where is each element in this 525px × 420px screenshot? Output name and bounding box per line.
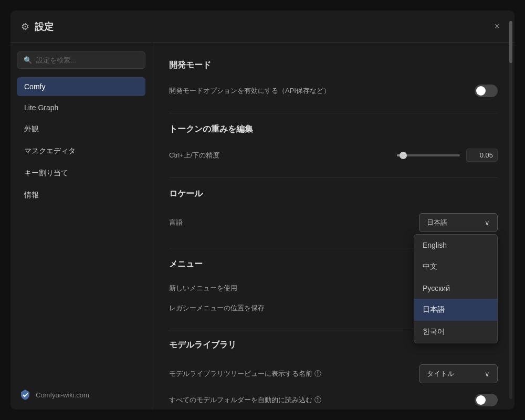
divider-1 (169, 113, 498, 113)
language-dropdown-btn[interactable]: 日本語 ∨ (419, 213, 498, 232)
setting-language: 言語 日本語 ∨ English 中文 Русский 日本語 (169, 208, 498, 237)
scrollbar-track[interactable] (509, 43, 512, 399)
auto-load-folders-toggle[interactable] (475, 394, 498, 406)
option-chinese[interactable]: 中文 (414, 256, 497, 278)
search-box[interactable]: 🔍 (17, 51, 145, 69)
scrollbar-thumb[interactable] (509, 43, 512, 63)
option-russian[interactable]: Русский (414, 278, 497, 299)
section-title-dev-mode: 開発モード (169, 60, 498, 71)
dev-mode-toggle[interactable] (475, 85, 498, 97)
sidebar-item-mask-editor[interactable]: マスクエディタ (17, 141, 145, 161)
sidebar-item-info[interactable]: 情報 (17, 185, 145, 205)
modal-overlay: ⚙ 設定 × 🔍 Comfy Lite Graph 外観 マスクエディタ キー割… (0, 0, 525, 420)
ctrl-precision-label: Ctrl+上/下の精度 (169, 151, 397, 160)
section-dev-mode: 開発モード 開発モードオプションを有効にする（API保存など） (169, 60, 498, 102)
section-locale: ロケール 言語 日本語 ∨ English 中文 (169, 188, 498, 237)
sidebar-item-comfy[interactable]: Comfy (17, 77, 145, 96)
gear-icon: ⚙ (21, 21, 29, 33)
sidebar-item-lite-graph[interactable]: Lite Graph (17, 98, 145, 117)
section-title-locale: ロケール (169, 188, 498, 200)
slider-thumb[interactable] (400, 152, 407, 159)
slider-track[interactable] (397, 154, 460, 156)
modal-title: 設定 (35, 20, 490, 33)
language-dropdown-container: 日本語 ∨ English 中文 Русский 日本語 한국어 (419, 213, 498, 232)
search-input[interactable] (36, 56, 139, 64)
dev-mode-label: 開発モードオプションを有効にする（API保存など） (169, 86, 475, 96)
option-english[interactable]: English (414, 235, 497, 256)
brand-logo (19, 388, 32, 401)
search-icon: 🔍 (24, 56, 32, 64)
modal-header: ⚙ 設定 × (10, 10, 514, 43)
sidebar-item-keybindings[interactable]: キー割り当て (17, 163, 145, 183)
model-name-dropdown-btn[interactable]: タイトル ∨ (419, 364, 498, 383)
slider-container: 0.05 (397, 149, 498, 162)
setting-ctrl-precision: Ctrl+上/下の精度 0.05 (169, 143, 498, 167)
divider-2 (169, 177, 498, 178)
sidebar: 🔍 Comfy Lite Graph 外観 マスクエディタ キー割り当て 情報 (10, 43, 152, 410)
option-japanese[interactable]: 日本語 (414, 299, 497, 321)
main-content: 開発モード 開発モードオプションを有効にする（API保存など） トークンの重みを… (152, 43, 514, 410)
sidebar-item-appearance[interactable]: 外観 (17, 119, 145, 139)
language-selected: 日本語 (427, 218, 447, 227)
section-token-weight: トークンの重みを編集 Ctrl+上/下の精度 0.05 (169, 124, 498, 167)
chevron-down-icon-2: ∨ (485, 370, 490, 378)
setting-dev-mode-toggle: 開発モードオプションを有効にする（API保存など） (169, 79, 498, 102)
settings-modal: ⚙ 設定 × 🔍 Comfy Lite Graph 外観 マスクエディタ キー割… (10, 10, 514, 410)
model-name-display-label: モデルライブラリツリービューに表示する名前 ① (169, 369, 419, 379)
brand-text: Comfyui-wiki.com (36, 391, 89, 399)
auto-load-folders-label: すべてのモデルフォルダーを自動的に読み込む ① (169, 395, 475, 405)
section-title-token-weight: トークンの重みを編集 (169, 124, 498, 135)
model-name-selected: タイトル (427, 369, 454, 379)
chevron-down-icon: ∨ (485, 219, 490, 227)
language-dropdown-menu: English 中文 Русский 日本語 한국어 (414, 234, 498, 343)
section-model-library: モデルライブラリ モデルライブラリツリービューに表示する名前 ① タイトル ∨ … (169, 340, 498, 410)
branding: Comfyui-wiki.com (19, 388, 89, 401)
language-label: 言語 (169, 218, 419, 227)
option-korean[interactable]: 한국어 (414, 321, 497, 343)
modal-body: 🔍 Comfy Lite Graph 外観 マスクエディタ キー割り当て 情報 … (10, 43, 514, 410)
model-name-dropdown-container: タイトル ∨ (419, 364, 498, 383)
setting-model-name-display: モデルライブラリツリービューに表示する名前 ① タイトル ∨ (169, 359, 498, 388)
setting-auto-load-folders: すべてのモデルフォルダーを自動的に読み込む ① (169, 388, 498, 410)
close-button[interactable]: × (490, 19, 504, 34)
slider-value[interactable]: 0.05 (466, 149, 498, 162)
